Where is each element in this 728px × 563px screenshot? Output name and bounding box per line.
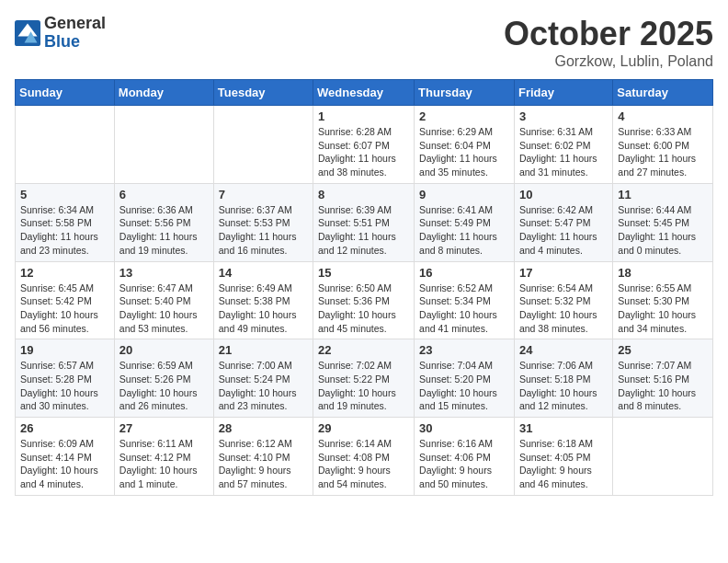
day-info: Sunrise: 6:34 AM Sunset: 5:58 PM Dayligh…	[20, 203, 109, 258]
calendar: SundayMondayTuesdayWednesdayThursdayFrid…	[15, 79, 713, 496]
calendar-cell: 26Sunrise: 6:09 AM Sunset: 4:14 PM Dayli…	[16, 418, 115, 496]
day-info: Sunrise: 6:50 AM Sunset: 5:36 PM Dayligh…	[318, 282, 409, 336]
day-info: Sunrise: 6:41 AM Sunset: 5:49 PM Dayligh…	[419, 203, 509, 258]
calendar-week-row: 19Sunrise: 6:57 AM Sunset: 5:28 PM Dayli…	[16, 339, 713, 418]
day-number: 22	[318, 343, 409, 357]
day-info: Sunrise: 6:09 AM Sunset: 4:14 PM Dayligh…	[20, 437, 109, 491]
calendar-week-row: 5Sunrise: 6:34 AM Sunset: 5:58 PM Daylig…	[16, 183, 713, 261]
day-info: Sunrise: 6:54 AM Sunset: 5:32 PM Dayligh…	[519, 282, 608, 336]
day-number: 11	[618, 188, 708, 201]
day-info: Sunrise: 6:37 AM Sunset: 5:53 PM Dayligh…	[219, 203, 308, 258]
calendar-cell: 25Sunrise: 7:07 AM Sunset: 5:16 PM Dayli…	[613, 339, 713, 418]
day-number: 25	[618, 343, 708, 357]
day-info: Sunrise: 6:52 AM Sunset: 5:34 PM Dayligh…	[419, 282, 509, 336]
day-number: 6	[119, 188, 209, 201]
calendar-cell	[114, 106, 213, 184]
month-title: October 2025	[504, 15, 713, 53]
calendar-cell: 23Sunrise: 7:04 AM Sunset: 5:20 PM Dayli…	[415, 339, 515, 418]
day-info: Sunrise: 6:16 AM Sunset: 4:06 PM Dayligh…	[419, 437, 509, 491]
day-info: Sunrise: 6:49 AM Sunset: 5:38 PM Dayligh…	[219, 282, 308, 336]
day-info: Sunrise: 6:12 AM Sunset: 4:10 PM Dayligh…	[219, 437, 308, 491]
logo-icon	[15, 20, 40, 46]
day-info: Sunrise: 6:44 AM Sunset: 5:45 PM Dayligh…	[618, 203, 708, 258]
location: Gorzkow, Lublin, Poland	[504, 53, 713, 70]
day-number: 19	[20, 343, 109, 357]
day-number: 4	[618, 109, 708, 123]
day-number: 3	[519, 109, 608, 123]
calendar-week-row: 1Sunrise: 6:28 AM Sunset: 6:07 PM Daylig…	[16, 106, 713, 184]
calendar-cell: 21Sunrise: 7:00 AM Sunset: 5:24 PM Dayli…	[213, 339, 313, 418]
weekday-header-row: SundayMondayTuesdayWednesdayThursdayFrid…	[16, 80, 713, 106]
calendar-cell: 14Sunrise: 6:49 AM Sunset: 5:38 PM Dayli…	[213, 261, 313, 339]
calendar-cell: 12Sunrise: 6:45 AM Sunset: 5:42 PM Dayli…	[16, 261, 115, 339]
weekday-header: Saturday	[613, 80, 713, 106]
calendar-cell: 7Sunrise: 6:37 AM Sunset: 5:53 PM Daylig…	[213, 183, 313, 261]
day-info: Sunrise: 6:28 AM Sunset: 6:07 PM Dayligh…	[318, 125, 409, 179]
day-number: 30	[419, 421, 509, 435]
logo-general: General	[44, 15, 106, 33]
day-info: Sunrise: 6:39 AM Sunset: 5:51 PM Dayligh…	[318, 203, 409, 258]
day-info: Sunrise: 6:14 AM Sunset: 4:08 PM Dayligh…	[318, 437, 409, 491]
day-number: 21	[219, 343, 308, 357]
day-number: 2	[419, 109, 509, 123]
calendar-cell: 22Sunrise: 7:02 AM Sunset: 5:22 PM Dayli…	[313, 339, 415, 418]
calendar-cell: 16Sunrise: 6:52 AM Sunset: 5:34 PM Dayli…	[415, 261, 515, 339]
day-info: Sunrise: 6:47 AM Sunset: 5:40 PM Dayligh…	[119, 282, 209, 336]
calendar-cell: 9Sunrise: 6:41 AM Sunset: 5:49 PM Daylig…	[415, 183, 515, 261]
day-info: Sunrise: 6:18 AM Sunset: 4:05 PM Dayligh…	[519, 437, 608, 491]
calendar-cell: 2Sunrise: 6:29 AM Sunset: 6:04 PM Daylig…	[415, 106, 515, 184]
day-info: Sunrise: 6:57 AM Sunset: 5:28 PM Dayligh…	[20, 359, 109, 413]
title-block: October 2025 Gorzkow, Lublin, Poland	[504, 15, 713, 70]
day-number: 29	[318, 421, 409, 435]
day-number: 26	[20, 421, 109, 435]
calendar-week-row: 26Sunrise: 6:09 AM Sunset: 4:14 PM Dayli…	[16, 418, 713, 496]
calendar-cell: 11Sunrise: 6:44 AM Sunset: 5:45 PM Dayli…	[613, 183, 713, 261]
day-info: Sunrise: 7:04 AM Sunset: 5:20 PM Dayligh…	[419, 359, 509, 413]
calendar-cell: 27Sunrise: 6:11 AM Sunset: 4:12 PM Dayli…	[114, 418, 213, 496]
calendar-cell: 29Sunrise: 6:14 AM Sunset: 4:08 PM Dayli…	[313, 418, 415, 496]
weekday-header: Friday	[514, 80, 612, 106]
day-number: 8	[318, 188, 409, 201]
weekday-header: Monday	[114, 80, 213, 106]
calendar-cell: 28Sunrise: 6:12 AM Sunset: 4:10 PM Dayli…	[213, 418, 313, 496]
weekday-header: Wednesday	[313, 80, 415, 106]
logo-blue: Blue	[44, 33, 106, 52]
calendar-cell: 1Sunrise: 6:28 AM Sunset: 6:07 PM Daylig…	[313, 106, 415, 184]
weekday-header: Tuesday	[213, 80, 313, 106]
calendar-week-row: 12Sunrise: 6:45 AM Sunset: 5:42 PM Dayli…	[16, 261, 713, 339]
calendar-cell: 17Sunrise: 6:54 AM Sunset: 5:32 PM Dayli…	[514, 261, 612, 339]
day-number: 23	[419, 343, 509, 357]
day-info: Sunrise: 6:59 AM Sunset: 5:26 PM Dayligh…	[119, 359, 209, 413]
calendar-cell: 31Sunrise: 6:18 AM Sunset: 4:05 PM Dayli…	[514, 418, 612, 496]
day-info: Sunrise: 7:02 AM Sunset: 5:22 PM Dayligh…	[318, 359, 409, 413]
calendar-cell: 19Sunrise: 6:57 AM Sunset: 5:28 PM Dayli…	[16, 339, 115, 418]
day-number: 31	[519, 421, 608, 435]
calendar-cell: 13Sunrise: 6:47 AM Sunset: 5:40 PM Dayli…	[114, 261, 213, 339]
logo-text: General Blue	[44, 15, 106, 52]
calendar-cell: 10Sunrise: 6:42 AM Sunset: 5:47 PM Dayli…	[514, 183, 612, 261]
day-info: Sunrise: 7:07 AM Sunset: 5:16 PM Dayligh…	[618, 359, 708, 413]
day-number: 15	[318, 266, 409, 280]
day-number: 24	[519, 343, 608, 357]
day-number: 16	[419, 266, 509, 280]
day-number: 10	[519, 188, 608, 201]
calendar-cell	[213, 106, 313, 184]
day-info: Sunrise: 6:45 AM Sunset: 5:42 PM Dayligh…	[20, 282, 109, 336]
weekday-header: Thursday	[415, 80, 515, 106]
day-info: Sunrise: 6:31 AM Sunset: 6:02 PM Dayligh…	[519, 125, 608, 179]
calendar-cell: 24Sunrise: 7:06 AM Sunset: 5:18 PM Dayli…	[514, 339, 612, 418]
weekday-header: Sunday	[16, 80, 115, 106]
day-info: Sunrise: 6:36 AM Sunset: 5:56 PM Dayligh…	[119, 203, 209, 258]
day-number: 18	[618, 266, 708, 280]
day-info: Sunrise: 7:00 AM Sunset: 5:24 PM Dayligh…	[219, 359, 308, 413]
day-number: 20	[119, 343, 209, 357]
day-info: Sunrise: 6:55 AM Sunset: 5:30 PM Dayligh…	[618, 282, 708, 336]
day-info: Sunrise: 6:11 AM Sunset: 4:12 PM Dayligh…	[119, 437, 209, 491]
calendar-cell: 18Sunrise: 6:55 AM Sunset: 5:30 PM Dayli…	[613, 261, 713, 339]
day-info: Sunrise: 7:06 AM Sunset: 5:18 PM Dayligh…	[519, 359, 608, 413]
day-number: 28	[219, 421, 308, 435]
day-number: 12	[20, 266, 109, 280]
calendar-cell	[16, 106, 115, 184]
day-number: 7	[219, 188, 308, 201]
calendar-cell: 20Sunrise: 6:59 AM Sunset: 5:26 PM Dayli…	[114, 339, 213, 418]
